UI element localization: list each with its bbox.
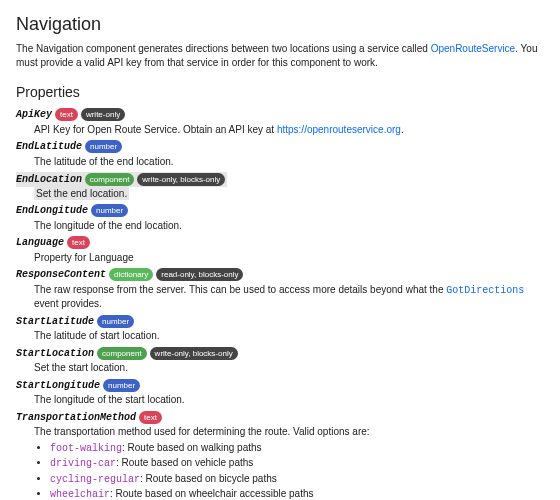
- badge-text: text: [55, 108, 78, 121]
- prop-language-name: Language: [16, 236, 64, 250]
- list-item: cycling-regular: Route based on bicycle …: [50, 472, 544, 487]
- prop-endlatitude-name: EndLatitude: [16, 140, 82, 154]
- prop-endlatitude: EndLatitude number The latitude of the e…: [16, 140, 544, 168]
- prop-startlatitude: StartLatitude number The latitude of sta…: [16, 315, 544, 343]
- intro-text: The Navigation component generates direc…: [16, 42, 544, 69]
- prop-endlocation-desc: Set the end location.: [34, 187, 129, 201]
- prop-apikey: ApiKey text write-only API Key for Open …: [16, 108, 544, 136]
- badge-number: number: [85, 140, 122, 153]
- prop-startlongitude-desc: The longitude of the start location.: [34, 393, 544, 407]
- openrouteservice-org-link[interactable]: https://openrouteservice.org: [277, 124, 401, 135]
- gotdirections-code-link[interactable]: GotDirections: [446, 285, 524, 296]
- prop-startlongitude-name: StartLongitude: [16, 379, 100, 393]
- opt-txt: : Route based on wheelchair accessible p…: [110, 488, 313, 499]
- prop-responsecontent-name: ResponseContent: [16, 268, 106, 282]
- page-title: Navigation: [16, 12, 544, 36]
- badge-number: number: [97, 315, 134, 328]
- prop-endlongitude-desc: The longitude of the end location.: [34, 219, 544, 233]
- list-item: wheelchair: Route based on wheelchair ac…: [50, 487, 544, 500]
- prop-language-desc: Property for Language: [34, 251, 544, 265]
- badge-write-only: write-only: [81, 108, 125, 121]
- prop-transportationmethod-name: TransportationMethod: [16, 411, 136, 425]
- opt-code: cycling-regular: [50, 474, 140, 485]
- badge-write-only-blocks: write-only, blocks-only: [150, 347, 238, 360]
- prop-responsecontent: ResponseContent dictionary read-only, bl…: [16, 268, 544, 311]
- prop-startlocation-name: StartLocation: [16, 347, 94, 361]
- badge-dictionary: dictionary: [109, 268, 153, 281]
- opt-txt: : Route based on bicycle paths: [140, 473, 277, 484]
- prop-transportationmethod-desc: The transportation method used for deter…: [34, 425, 544, 439]
- intro-before: The Navigation component generates direc…: [16, 43, 431, 54]
- opt-txt: : Route based on walking paths: [122, 442, 262, 453]
- prop-transportationmethod: TransportationMethod text The transporta…: [16, 411, 544, 500]
- transport-options: foot-walking: Route based on walking pat…: [50, 441, 544, 500]
- prop-startlongitude: StartLongitude number The longitude of t…: [16, 379, 544, 407]
- badge-text: text: [139, 411, 162, 424]
- opt-code: driving-car: [50, 458, 116, 469]
- badge-number: number: [103, 379, 140, 392]
- openrouteservice-link[interactable]: OpenRouteService: [431, 43, 516, 54]
- badge-read-only-blocks: read-only, blocks-only: [156, 268, 243, 281]
- prop-apikey-desc-before: API Key for Open Route Service. Obtain a…: [34, 124, 277, 135]
- prop-startlocation-desc: Set the start location.: [34, 361, 544, 375]
- opt-code: foot-walking: [50, 443, 122, 454]
- prop-apikey-desc-after: .: [401, 124, 404, 135]
- badge-text: text: [67, 236, 90, 249]
- prop-endlongitude-name: EndLongitude: [16, 204, 88, 218]
- prop-apikey-name: ApiKey: [16, 108, 52, 122]
- properties-heading: Properties: [16, 83, 544, 102]
- prop-startlocation: StartLocation component write-only, bloc…: [16, 347, 544, 375]
- badge-component: component: [97, 347, 147, 360]
- prop-language: Language text Property for Language: [16, 236, 544, 264]
- badge-component: component: [85, 173, 135, 186]
- prop-startlatitude-name: StartLatitude: [16, 315, 94, 329]
- list-item: driving-car: Route based on vehicle path…: [50, 456, 544, 471]
- prop-responsecontent-desc-before: The raw response from the server. This c…: [34, 284, 446, 295]
- prop-endlongitude: EndLongitude number The longitude of the…: [16, 204, 544, 232]
- badge-number: number: [91, 204, 128, 217]
- list-item: foot-walking: Route based on walking pat…: [50, 441, 544, 456]
- prop-endlatitude-desc: The latitude of the end location.: [34, 155, 544, 169]
- prop-endlocation-name: EndLocation: [16, 174, 82, 185]
- opt-code: wheelchair: [50, 489, 110, 500]
- prop-responsecontent-desc-after: event provides.: [34, 298, 102, 309]
- prop-endlocation: EndLocation component write-only, blocks…: [16, 172, 544, 200]
- badge-write-only-blocks: write-only, blocks-only: [137, 173, 225, 186]
- opt-txt: : Route based on vehicle paths: [116, 457, 253, 468]
- prop-startlatitude-desc: The latitude of start location.: [34, 329, 544, 343]
